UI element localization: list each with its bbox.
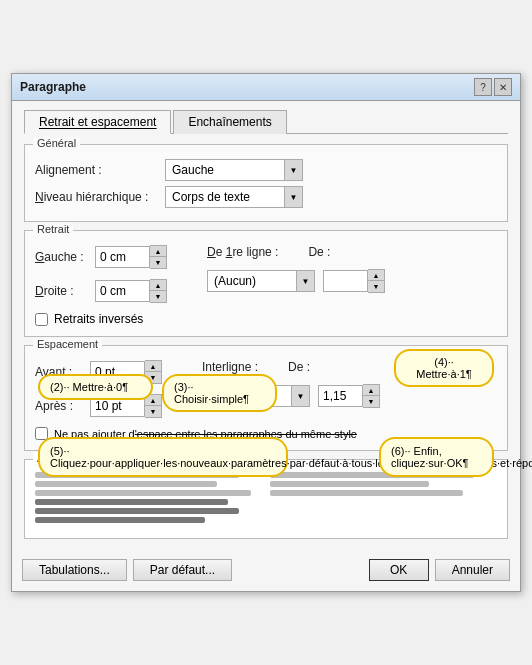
alignment-dropdown-arrow[interactable]: ▼ [285, 159, 303, 181]
interligne-de-label: De : [288, 360, 310, 374]
alignment-label: Alignement : [35, 163, 165, 177]
gauche-spinner-btns: ▲ ▼ [150, 245, 167, 269]
annuler-button[interactable]: Annuler [435, 559, 510, 581]
apercu-line-3 [35, 490, 251, 496]
title-bar: Paragraphe ? ✕ [12, 74, 520, 101]
niveau-value[interactable]: Corps de texte [165, 186, 285, 208]
de-1re-label: De 1re ligne : [207, 245, 278, 259]
tabs-container: Retrait et espacement Enchaînements [24, 109, 508, 134]
droite-value[interactable]: 0 cm [95, 280, 150, 302]
gauche-value[interactable]: 0 cm [95, 246, 150, 268]
tab-enchainements-label: Enchaînements [188, 115, 271, 129]
alignment-value[interactable]: Gauche [165, 159, 285, 181]
balloon-6: (6)·· Enfin,cliquez·sur·OK¶ [379, 437, 494, 477]
tab-retrait-label: etrait et espacement [48, 115, 157, 129]
espacement-section-title: Espacement [33, 338, 102, 350]
par-defaut-button[interactable]: Par défaut... [133, 559, 232, 581]
apercu-line-8 [270, 481, 429, 487]
droite-spinner-btns: ▲ ▼ [150, 279, 167, 303]
niveau-row: Niveau hiérarchique : Corps de texte ▼ [35, 186, 497, 208]
apercu-line-5 [35, 508, 239, 514]
de-1re-select-row: (Aucun) ▼ ▲ ▼ [207, 269, 385, 293]
droite-label: Droite : [35, 284, 95, 298]
droite-decrement[interactable]: ▼ [150, 291, 166, 302]
apres-spinner-btns: ▲ ▼ [145, 394, 162, 418]
footer-left-buttons: Tabulations... Par défaut... [22, 559, 232, 581]
interligne-de-spinner-btns: ▲ ▼ [363, 384, 380, 408]
de-1re-row: De 1re ligne : De : [207, 245, 385, 259]
apercu-right [270, 472, 497, 526]
droite-row: Droite : 0 cm ▲ ▼ [35, 279, 167, 303]
alignment-row: Alignement : Gauche ▼ [35, 159, 497, 181]
footer: Tabulations... Par défaut... OK Annuler [12, 555, 520, 591]
avant-increment[interactable]: ▲ [145, 361, 161, 372]
niveau-label: Niveau hiérarchique : [35, 190, 165, 204]
footer-right-buttons: OK Annuler [369, 559, 510, 581]
ok-button[interactable]: OK [369, 559, 429, 581]
gauche-increment[interactable]: ▲ [150, 246, 166, 257]
balloon-4: (4)··Mettre·à·1¶ [394, 349, 494, 387]
help-button[interactable]: ? [474, 78, 492, 96]
balloon-6-text: (6)·· Enfin,cliquez·sur·OK¶ [391, 445, 468, 469]
droite-spinner: 0 cm ▲ ▼ [95, 279, 167, 303]
niveau-select-wrapper: Corps de texte ▼ [165, 186, 303, 208]
de-1re-select-wrapper: (Aucun) ▼ [207, 270, 315, 292]
balloon-5: (5)·· Cliquez·pour·appliquer·les·nouveau… [38, 437, 288, 477]
de-decrement[interactable]: ▼ [368, 281, 384, 292]
de-1re-value[interactable]: (Aucun) [207, 270, 297, 292]
apercu-line-9 [270, 490, 463, 496]
de-increment[interactable]: ▲ [368, 270, 384, 281]
apercu-line-6 [35, 517, 205, 523]
interligne-de-increment[interactable]: ▲ [363, 385, 379, 396]
interligne-de-decrement[interactable]: ▼ [363, 396, 379, 407]
title-bar-controls: ? ✕ [474, 78, 512, 96]
retraits-inverses-row: Retraits inversés [35, 312, 497, 326]
dialog-paragraphe: Paragraphe ? ✕ Retrait et espacement Enc… [11, 73, 521, 592]
de-spinner: ▲ ▼ [323, 269, 385, 293]
gauche-spinner: 0 cm ▲ ▼ [95, 245, 167, 269]
apercu-line-2 [35, 481, 217, 487]
apres-label: Après : [35, 399, 90, 413]
interligne-label-row: Interligne : De : [202, 360, 380, 374]
balloon-2-text: (2)·· Mettre·à·0¶ [50, 381, 128, 393]
general-section-title: Général [33, 137, 80, 149]
interligne-de-value[interactable]: 1,15 [318, 385, 363, 407]
dialog-title: Paragraphe [20, 80, 86, 94]
niveau-dropdown-arrow[interactable]: ▼ [285, 186, 303, 208]
apercu-line-4 [35, 499, 228, 505]
gauche-decrement[interactable]: ▼ [150, 257, 166, 268]
balloon-3: (3)·· Choisir·simple¶ [162, 374, 277, 412]
retraits-inverses-label: Retraits inversés [54, 312, 143, 326]
interligne-dropdown-arrow[interactable]: ▼ [292, 385, 310, 407]
retraits-inverses-checkbox[interactable] [35, 313, 48, 326]
tab-retrait-espacement[interactable]: Retrait et espacement [24, 110, 171, 134]
interligne-label: Interligne : [202, 360, 258, 374]
balloon-4-text: (4)··Mettre·à·1¶ [416, 356, 471, 380]
de-spinner-btns: ▲ ▼ [368, 269, 385, 293]
gauche-label: Gauche : [35, 250, 95, 264]
retrait-section-title: Retrait [33, 223, 73, 235]
retrait-section: Retrait Gauche : 0 cm ▲ ▼ [24, 230, 508, 337]
balloon-2: (2)·· Mettre·à·0¶ [38, 374, 153, 400]
apres-decrement[interactable]: ▼ [145, 406, 161, 417]
tab-enchainements[interactable]: Enchaînements [173, 110, 286, 134]
content-area: Général Alignement : Gauche ▼ Niveau hié… [24, 144, 508, 539]
tabulations-button[interactable]: Tabulations... [22, 559, 127, 581]
droite-increment[interactable]: ▲ [150, 280, 166, 291]
de-1re-dropdown-arrow[interactable]: ▼ [297, 270, 315, 292]
gauche-row: Gauche : 0 cm ▲ ▼ [35, 245, 167, 269]
apercu-left [35, 472, 262, 526]
balloon-3-text: (3)·· Choisir·simple¶ [174, 381, 249, 405]
close-button[interactable]: ✕ [494, 78, 512, 96]
de-retrait-label: De : [308, 245, 330, 259]
dialog-body: Retrait et espacement Enchaînements Géné… [12, 101, 520, 555]
general-section: Général Alignement : Gauche ▼ Niveau hié… [24, 144, 508, 222]
interligne-de-spinner: 1,15 ▲ ▼ [318, 384, 380, 408]
de-value[interactable] [323, 270, 368, 292]
alignment-select-wrapper: Gauche ▼ [165, 159, 303, 181]
